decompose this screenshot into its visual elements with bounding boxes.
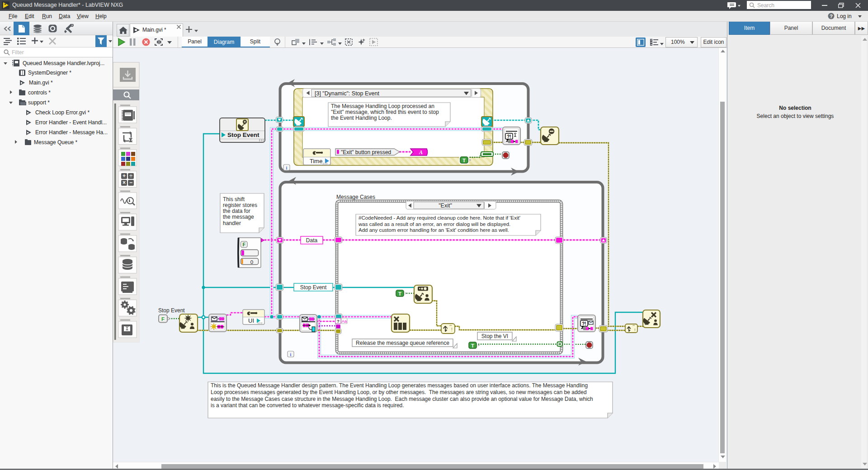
svg-text:T: T [462,158,466,163]
svg-text:the message: the message [223,214,254,220]
svg-text:Stop Event: Stop Event [300,284,327,291]
svg-text:This is the Queued Message Han: This is the Queued Message Handler desig… [211,382,588,389]
svg-text:+: + [123,173,126,179]
svg-text:?: ? [337,319,340,324]
svg-text:?!: ?! [507,134,511,139]
svg-text:Stop Event: Stop Event [158,307,185,314]
svg-text:?!: ?! [582,321,586,326]
svg-text:Release the message queue refe: Release the message queue reference [356,340,449,346]
svg-text:Add any custom error handling: Add any custom error handling for an 'Ex… [359,227,509,233]
svg-text:T: T [471,343,474,348]
svg-text:×: × [123,179,126,186]
svg-text:Time: Time [310,158,322,164]
svg-text:Data: Data [306,237,318,244]
svg-text:"Exit": "Exit" [439,202,452,209]
svg-text:T: T [398,291,401,296]
svg-text:!: ! [451,327,453,332]
svg-text:easily to the Message Cases ca: easily to the Message Cases case structu… [211,396,593,402]
svg-text:0: 0 [250,259,253,265]
svg-text:A: A [419,149,423,155]
svg-text:UI: UI [248,317,254,324]
svg-text:Aa: Aa [342,319,347,324]
svg-text:Stop the VI: Stop the VI [481,333,508,339]
svg-text:i: i [286,165,288,170]
svg-text:Message Cases: Message Cases [336,194,375,200]
svg-text:?: ? [830,14,833,19]
svg-text:−: − [129,179,132,186]
svg-text:is a variant that can be conve: is a variant that can be converted to wh… [211,402,404,409]
svg-text:i: i [290,352,292,357]
svg-text:F: F [161,316,165,322]
svg-text:the Event Handling Loop.: the Event Handling Loop. [331,115,392,121]
svg-text:F: F [242,242,245,247]
svg-text:"Exit" message, which fired th: "Exit" message, which fired this event t… [331,109,439,115]
svg-text:The Message Handling Loop proc: The Message Handling Loop processed an [331,103,434,109]
svg-text:Loop processes messages genera: Loop processes messages generated by the… [211,389,587,395]
svg-text:This shift: This shift [223,196,245,202]
svg-text:"Exit" button pressed: "Exit" button pressed [341,149,391,155]
svg-text:handler: handler [223,220,241,226]
svg-text:Stop Event: Stop Event [227,132,259,138]
svg-text:was called as a result of an e: was called as a result of an error, an e… [358,221,510,227]
svg-text:÷: ÷ [129,173,132,179]
svg-text:!: ! [634,327,636,332]
svg-text:register stores: register stores [223,202,257,208]
svg-text:[3] "Dynamic": Stop Event: [3] "Dynamic": Stop Event [315,90,379,97]
svg-text:#CodeNeeded - Add any required: #CodeNeeded - Add any required cleanup c… [359,215,520,221]
svg-text:the data for: the data for [223,208,250,214]
